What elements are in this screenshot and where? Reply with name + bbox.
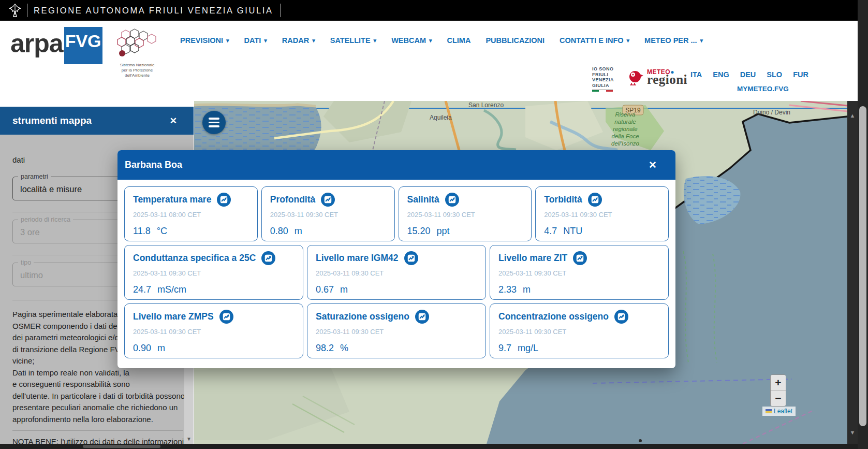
map-label-duino: Duino / Devin	[753, 109, 790, 116]
map-label-riserva: Riserva	[615, 111, 636, 118]
card-unit: m	[295, 226, 302, 236]
chart-link-icon[interactable]	[588, 193, 602, 207]
map-scroll-gutter: ▲ ▼	[847, 101, 858, 444]
modal-close-icon[interactable]: ✕	[649, 159, 657, 171]
station-modal: Barbana Boa ✕ Temperatura mare 2025-03-1…	[117, 150, 675, 368]
card-value: 0.67	[316, 284, 334, 295]
card-timestamp: 2025-03-11 09:30 CET	[498, 269, 660, 277]
io-sono-line: VENEZIA	[592, 77, 614, 83]
map-label-riserva: della Foce	[611, 133, 639, 139]
snpa-text-line: per la Protezione	[106, 68, 168, 73]
map-label-riserva: naturale	[614, 119, 636, 125]
nav-clima[interactable]: CLIMA	[447, 36, 471, 45]
card-title: Salinità	[407, 194, 439, 205]
scroll-up-icon[interactable]: ▲	[847, 112, 858, 119]
nav-pubblicazioni[interactable]: PUBBLICAZIONI	[486, 36, 545, 45]
map-label-aquileia: Aquileia	[430, 114, 452, 121]
chart-link-icon[interactable]	[415, 310, 429, 324]
card-value: 11.8	[133, 226, 151, 236]
nav-satellite[interactable]: SATELLITE	[330, 36, 376, 45]
map-menu-button[interactable]	[202, 111, 226, 134]
field-legend: periodo di ricerca	[18, 216, 73, 223]
measure-card-profondita: Profondità 2025-03-11 09:30 CET 0.80m	[261, 186, 395, 241]
arpa-fvg-logo[interactable]: arpa FVG	[10, 27, 102, 64]
horizontal-scrollbar-thumb[interactable]	[83, 445, 160, 448]
field-value: 3 ore	[20, 227, 40, 237]
card-title: Livello mare ZMPS	[133, 311, 214, 322]
lang-ita[interactable]: ITA	[690, 70, 702, 79]
main-nav: PREVISIONI DATI RADAR SATELLITE WEBCAM C…	[180, 36, 703, 45]
card-title: Torbidità	[544, 194, 582, 205]
scrollbar-thumb[interactable]	[859, 106, 866, 426]
map-zoom-control: + −	[770, 374, 786, 407]
map-label-riserva: regionale	[613, 126, 637, 132]
nav-webcam[interactable]: WEBCAM	[391, 36, 432, 45]
lang-eng[interactable]: ENG	[713, 70, 729, 79]
card-value: 98.2	[316, 343, 334, 353]
disclaimer-line: Dati in tempo reale non validati, la	[12, 367, 185, 379]
meteo-regioni-logo[interactable]: METEO● regioni	[626, 68, 687, 87]
chart-link-icon[interactable]	[573, 251, 587, 265]
bottom-scroll-gutter	[0, 444, 858, 449]
measure-card-concentrazione-ossigeno: Concentrazione ossigeno 2025-03-11 09:30…	[490, 303, 669, 358]
card-timestamp: 2025-03-11 09:30 CET	[544, 211, 660, 219]
field-value: località e misure	[20, 184, 82, 194]
card-value: 24.7	[133, 284, 151, 295]
scroll-down-icon[interactable]: ▼	[847, 429, 858, 436]
nav-previsioni[interactable]: PREVISIONI	[180, 36, 229, 45]
nav-contatti[interactable]: CONTATTI E INFO	[560, 36, 629, 45]
chart-link-icon[interactable]	[321, 193, 335, 207]
hamburger-icon	[209, 118, 219, 120]
lang-slo[interactable]: SLO	[767, 70, 782, 79]
card-value: 0.80	[270, 226, 288, 236]
measure-card-livello-zit: Livello mare ZIT 2025-03-11 09:30 CET 2.…	[490, 245, 669, 300]
chart-link-icon[interactable]	[614, 310, 628, 324]
scroll-down-icon[interactable]: ▼	[184, 436, 194, 442]
mymeteo-link[interactable]: MYMETEO.FVG	[737, 85, 789, 93]
card-value: 2.33	[498, 284, 517, 295]
divider	[12, 430, 183, 431]
io-sono-line: IO SONO	[592, 66, 614, 72]
panel-close-icon[interactable]: ✕	[170, 115, 177, 126]
nav-meteo-per[interactable]: METEO PER ...	[644, 36, 703, 45]
nav-dati[interactable]: DATI	[244, 36, 267, 45]
chart-link-icon[interactable]	[445, 193, 459, 207]
leaflet-link[interactable]: Leaflet	[774, 408, 792, 415]
fvg-logo-box: FVG	[64, 27, 102, 64]
zoom-out-button[interactable]: −	[771, 390, 786, 406]
card-title: Conduttanza specifica a 25C	[133, 253, 256, 264]
region-topbar: REGIONE AUTONOMA FRIULI VENEZIA GIULIA	[0, 0, 858, 21]
io-sono-fvg-logo: IO SONO FRIULI VENEZIA GIULIA	[592, 66, 614, 92]
divider	[281, 4, 281, 17]
disclaimer-line: presentare peculiari anomalie che richie…	[12, 402, 185, 414]
card-unit: ppt	[437, 226, 450, 236]
nav-radar[interactable]: RADAR	[282, 36, 315, 45]
disclaimer-line: dell'utente. In particolare i dati di to…	[12, 390, 185, 402]
card-title: Temperatura mare	[133, 194, 211, 205]
card-timestamp: 2025-03-11 09:30 CET	[316, 269, 477, 277]
card-unit: %	[340, 343, 348, 353]
card-unit: m	[523, 284, 531, 295]
chart-link-icon[interactable]	[217, 193, 231, 207]
card-unit: m	[340, 284, 348, 295]
lang-deu[interactable]: DEU	[740, 70, 756, 79]
lang-fur[interactable]: FUR	[793, 70, 808, 79]
card-timestamp: 2025-03-11 09:30 CET	[270, 211, 386, 219]
card-unit: NTU	[563, 226, 582, 236]
map-label-riserva: dell'Isonzo	[611, 140, 640, 147]
page-scrollbar[interactable]	[858, 0, 868, 449]
regioni-text: regioni	[647, 73, 687, 87]
zoom-in-button[interactable]: +	[771, 375, 786, 390]
card-value: 4.7	[544, 226, 557, 236]
modal-title: Barbana Boa	[125, 160, 182, 170]
card-title: Profondità	[270, 194, 316, 205]
card-title: Livello mare IGM42	[316, 253, 399, 264]
chart-link-icon[interactable]	[219, 310, 233, 324]
measure-card-temperatura-mare: Temperatura mare 2025-03-11 08:00 CET 11…	[124, 186, 258, 241]
chart-link-icon[interactable]	[261, 251, 275, 265]
card-timestamp: 2025-03-11 08:00 CET	[133, 211, 249, 219]
measure-card-conduttanza: Conduttanza specifica a 25C 2025-03-11 0…	[124, 245, 303, 300]
measure-card-livello-zmps: Livello mare ZMPS 2025-03-11 09:30 CET 0…	[124, 303, 303, 358]
chart-link-icon[interactable]	[404, 251, 418, 265]
card-value: 15.20	[407, 226, 431, 236]
